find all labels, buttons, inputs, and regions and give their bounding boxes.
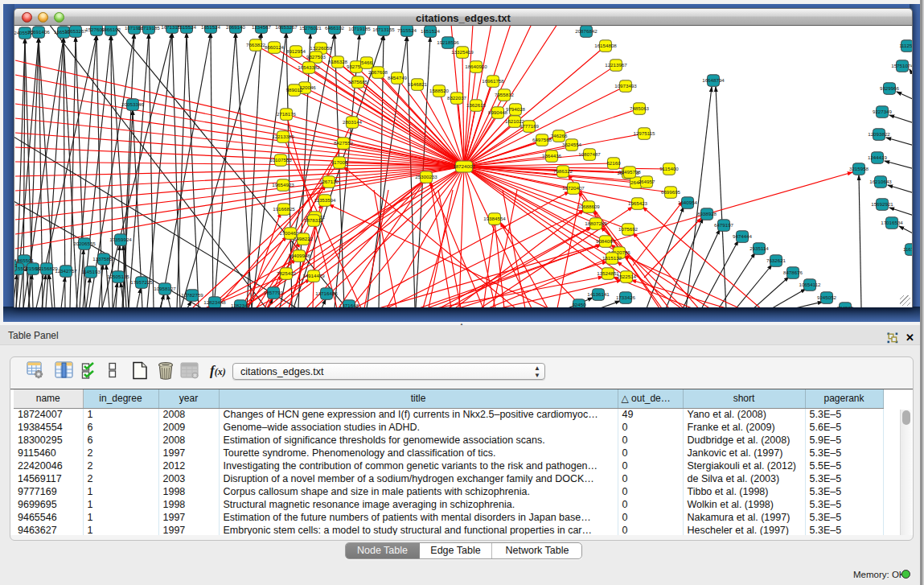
svg-text:10719185: 10719185 [348, 26, 371, 31]
svg-text:7825402: 7825402 [277, 270, 297, 276]
svg-text:3624554: 3624554 [562, 142, 582, 147]
svg-text:10958127: 10958127 [154, 286, 176, 291]
svg-text:20691406: 20691406 [27, 29, 50, 35]
svg-text:11353594: 11353594 [314, 197, 336, 203]
svg-text:10654112: 10654112 [799, 282, 821, 287]
svg-text:12975115: 12975115 [633, 130, 655, 136]
svg-text:9115400: 9115400 [659, 166, 679, 171]
svg-text:2367608: 2367608 [368, 69, 388, 75]
svg-text:2718176: 2718176 [277, 111, 297, 117]
svg-text:5878332: 5878332 [304, 217, 324, 223]
svg-text:1075692: 1075692 [618, 226, 639, 232]
svg-text:8990448: 8990448 [488, 109, 508, 115]
svg-text:9857791: 9857791 [264, 290, 284, 295]
svg-text:6699695: 6699695 [661, 189, 681, 195]
svg-text:9084067: 9084067 [596, 238, 616, 244]
svg-text:9245052: 9245052 [817, 295, 837, 300]
svg-text:16210643: 16210643 [869, 179, 892, 184]
svg-text:19384554: 19384554 [483, 216, 506, 221]
svg-text:9777169: 9777169 [519, 123, 540, 129]
svg-text:13325419: 13325419 [451, 49, 474, 55]
svg-text:16648794: 16648794 [702, 77, 725, 83]
svg-text:1498222: 1498222 [294, 236, 314, 241]
svg-text:9329966: 9329966 [880, 85, 900, 91]
svg-text:1651524: 1651524 [421, 28, 441, 34]
svg-text:16961758: 16961758 [482, 78, 504, 84]
svg-text:1965423: 1965423 [628, 200, 648, 206]
svg-text:1145193: 1145193 [81, 269, 101, 274]
svg-text:9146821: 9146821 [408, 81, 428, 87]
svg-text:989012: 989012 [286, 87, 303, 93]
svg-text:17359924: 17359924 [109, 237, 132, 242]
svg-text:1651524: 1651524 [201, 26, 221, 30]
svg-text:6497568: 6497568 [532, 137, 552, 142]
svg-text:12093822: 12093822 [868, 131, 890, 137]
svg-text:6479197: 6479197 [714, 222, 734, 228]
svg-text:18640910: 18640910 [465, 64, 487, 69]
svg-text:1640954: 1640954 [678, 200, 698, 205]
svg-text:15751074: 15751074 [891, 63, 913, 68]
svg-text:16409948: 16409948 [288, 253, 310, 258]
svg-text:12342757: 12342757 [55, 268, 77, 274]
svg-text:16713155: 16713155 [372, 27, 395, 32]
svg-text:1244419: 1244419 [868, 154, 888, 160]
svg-text:15720407: 15720407 [562, 185, 585, 191]
svg-text:14914479: 14914479 [302, 273, 325, 278]
svg-text:2803144: 2803144 [343, 119, 363, 125]
svg-text:20876842: 20876842 [575, 28, 598, 34]
svg-text:1865501: 1865501 [14, 257, 35, 263]
svg-text:1234567: 1234567 [252, 26, 272, 30]
svg-text:1371648: 1371648 [339, 303, 359, 307]
svg-text:7632621: 7632621 [766, 257, 786, 263]
svg-text:92450: 92450 [572, 302, 586, 307]
svg-text:3267130: 3267130 [319, 179, 339, 184]
svg-text:18724007: 18724007 [453, 163, 475, 169]
svg-text:116753: 116753 [903, 246, 913, 252]
svg-text:10807487: 10807487 [578, 151, 601, 157]
svg-text:1588520: 1588520 [429, 88, 450, 93]
svg-text:1362615: 1362615 [466, 102, 487, 108]
svg-text:12213967: 12213967 [605, 62, 627, 68]
svg-text:12213389: 12213389 [272, 134, 294, 139]
svg-text:20053346: 20053346 [121, 101, 144, 107]
svg-text:6466102: 6466102 [101, 27, 121, 32]
svg-text:15692921: 15692921 [871, 201, 893, 207]
svg-text:8322037: 8322037 [447, 95, 467, 101]
svg-text:19218596: 19218596 [437, 39, 459, 45]
svg-text:8912954: 8912954 [286, 48, 306, 54]
svg-text:5466: 5466 [361, 60, 372, 65]
svg-text:33001: 33001 [14, 262, 18, 268]
svg-text:8478676: 8478676 [783, 270, 803, 275]
svg-text:2364436: 2364436 [542, 153, 562, 159]
svg-text:25300233: 25300233 [415, 174, 437, 179]
svg-text:1733426: 1733426 [616, 295, 636, 300]
svg-text:264957: 264957 [639, 179, 655, 184]
svg-text:13226058: 13226058 [310, 45, 332, 51]
svg-text:10719185: 10719185 [138, 26, 160, 31]
svg-text:1282344: 1282344 [231, 303, 251, 307]
svg-text:10688609: 10688609 [577, 204, 600, 209]
svg-text:13495798: 13495798 [618, 169, 641, 175]
svg-text:8427552: 8427552 [334, 140, 354, 146]
svg-text:15276021: 15276021 [299, 26, 322, 31]
svg-text:746266: 746266 [551, 133, 568, 138]
svg-text:17957225: 17957225 [130, 279, 153, 285]
svg-text:9794028: 9794028 [506, 106, 526, 112]
svg-text:62160: 62160 [606, 160, 621, 166]
svg-text:13716485: 13716485 [315, 290, 338, 296]
svg-text:12505135: 12505135 [107, 274, 129, 279]
svg-text:17016534: 17016534 [881, 220, 903, 225]
svg-text:10107553: 10107553 [269, 157, 292, 163]
svg-text:9474444: 9474444 [733, 233, 753, 239]
svg-text:924505: 924505 [837, 305, 854, 307]
svg-text:8938928: 8938928 [697, 211, 717, 216]
svg-text:1615132: 1615132 [602, 255, 622, 261]
svg-text:417006: 417006 [331, 159, 348, 165]
svg-text:8454749: 8454749 [388, 75, 408, 80]
svg-text:12823448: 12823448 [203, 299, 226, 305]
svg-text:16653267: 16653267 [64, 28, 87, 34]
svg-text:3215958: 3215958 [849, 166, 869, 171]
svg-text:16154808: 16154808 [594, 43, 617, 48]
svg-text:2935114: 2935114 [749, 245, 769, 251]
svg-text:18807249: 18807249 [585, 220, 607, 226]
